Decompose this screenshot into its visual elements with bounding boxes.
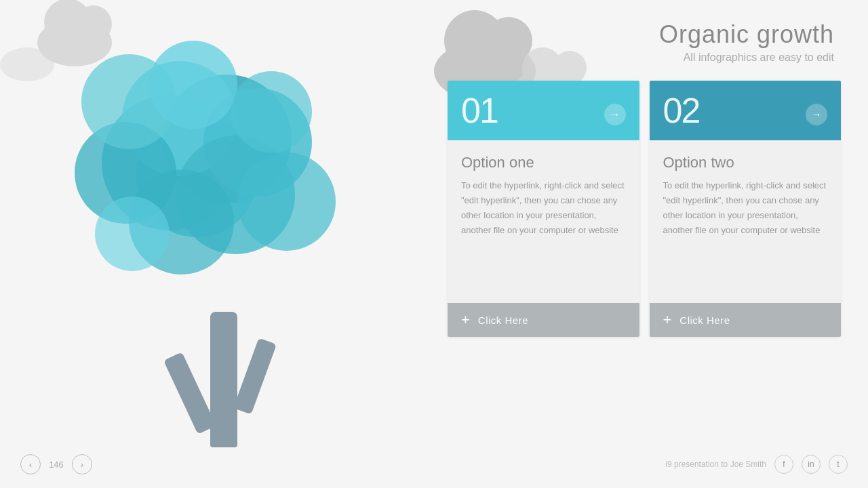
right-panel: Organic growth All infographics are easy… — [448, 20, 841, 337]
facebook-icon: f — [783, 460, 785, 469]
bottom-bar: ‹ 146 › i9 presentation to Joe Smith f i… — [0, 454, 868, 474]
card-option-one: 01 → Option one To edit the hyperlink, r… — [448, 81, 639, 337]
linkedin-icon: in — [808, 460, 814, 469]
foliage-bubble — [95, 197, 170, 271]
card-2-arrow[interactable]: → — [806, 104, 827, 125]
card-1-click-here: Click Here — [478, 314, 528, 326]
card-2-description: To edit the hyperlink, right-click and s… — [663, 178, 828, 238]
card-2-click-here: Click Here — [679, 314, 730, 326]
bottom-right: i9 presentation to Joe Smith f in t — [665, 455, 848, 474]
card-1-description: To edit the hyperlink, right-click and s… — [461, 178, 626, 238]
twitter-icon: t — [837, 460, 839, 469]
card-2-plus-icon: + — [663, 312, 672, 327]
card-2-header: 02 → — [650, 81, 842, 140]
foliage-bubble — [231, 71, 312, 152]
card-1-footer[interactable]: + Click Here — [448, 303, 639, 337]
card-2-body: Option two To edit the hyperlink, right-… — [650, 140, 842, 303]
tree-illustration — [14, 34, 434, 468]
card-2-number: 02 — [663, 93, 700, 128]
next-button[interactable]: › — [72, 454, 92, 474]
facebook-button[interactable]: f — [774, 455, 793, 474]
card-2-option-title: Option two — [663, 154, 828, 171]
card-1-arrow[interactable]: → — [604, 104, 626, 125]
card-1-number: 01 — [461, 93, 498, 128]
subtitle: All infographics are easy to edit — [448, 52, 834, 64]
cards-container: 01 → Option one To edit the hyperlink, r… — [448, 81, 841, 337]
prev-button[interactable]: ‹ — [20, 454, 41, 474]
presentation-credit: i9 presentation to Joe Smith — [665, 460, 766, 469]
card-option-two: 02 → Option two To edit the hyperlink, r… — [650, 81, 842, 337]
foliage-bubble — [237, 152, 336, 251]
page-number: 146 — [46, 460, 66, 470]
title-section: Organic growth All infographics are easy… — [448, 20, 841, 64]
card-1-plus-icon: + — [461, 312, 470, 327]
linkedin-button[interactable]: in — [802, 455, 821, 474]
card-1-option-title: Option one — [461, 154, 626, 171]
card-1-header: 01 → — [448, 81, 639, 140]
card-1-body: Option one To edit the hyperlink, right-… — [448, 140, 639, 303]
nav-controls: ‹ 146 › — [20, 454, 92, 474]
main-title: Organic growth — [448, 20, 834, 49]
tree-trunk — [210, 312, 237, 447]
twitter-button[interactable]: t — [829, 455, 848, 474]
card-2-footer[interactable]: + Click Here — [650, 303, 842, 337]
foliage-bubble — [149, 41, 237, 129]
